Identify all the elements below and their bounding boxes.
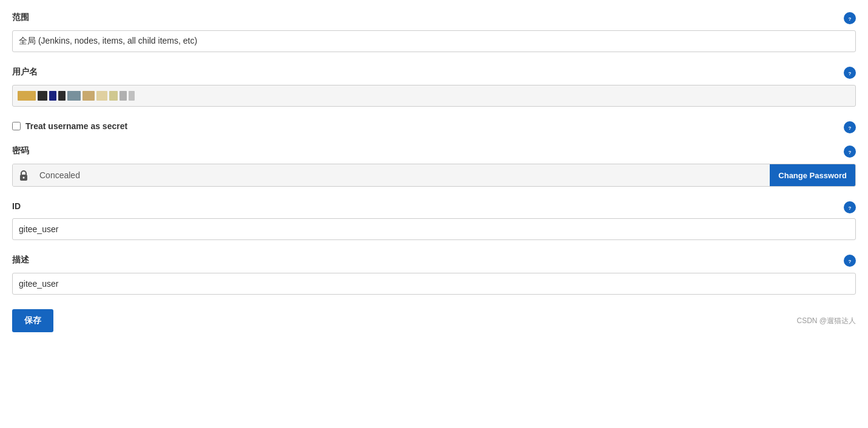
description-field-group: 描述 ? <box>12 255 856 295</box>
pixel-block-3 <box>49 91 56 101</box>
treat-as-secret-checkbox[interactable] <box>12 122 21 130</box>
description-field-header: 描述 ? <box>12 255 856 269</box>
treat-as-secret-label[interactable]: Treat username as secret <box>25 121 127 131</box>
id-field-header: ID ? <box>12 201 856 215</box>
id-field-group: ID ? <box>12 201 856 240</box>
svg-text:?: ? <box>849 150 852 155</box>
save-section: 保存 <box>12 309 856 332</box>
pixel-block-6 <box>82 91 95 101</box>
username-preview <box>12 85 856 107</box>
password-info-icon[interactable]: ? <box>844 145 856 158</box>
password-label: 密码 <box>12 145 29 156</box>
pixel-block-8 <box>109 91 118 101</box>
pixel-block-5 <box>67 91 81 101</box>
svg-text:?: ? <box>849 71 852 76</box>
svg-point-9 <box>23 177 25 179</box>
description-label: 描述 <box>12 255 29 266</box>
svg-text:?: ? <box>849 259 852 264</box>
form-section: 范围 ? 用户名 ? <box>0 12 868 332</box>
scope-info-icon[interactable]: ? <box>844 12 856 24</box>
treat-as-secret-row: Treat username as secret ? <box>12 121 856 131</box>
username-info-icon[interactable]: ? <box>844 67 856 79</box>
lock-icon <box>13 164 35 186</box>
pixel-block-10 <box>129 91 135 101</box>
svg-text:?: ? <box>849 16 852 22</box>
svg-text:?: ? <box>849 206 852 211</box>
page-container: 范围 ? 用户名 ? <box>0 0 868 428</box>
pixel-block-9 <box>119 91 127 101</box>
watermark: CSDN @遛猫达人 <box>796 316 856 326</box>
username-field-group: 用户名 ? <box>12 67 856 107</box>
scope-input-wrapper <box>12 30 856 52</box>
description-info-icon[interactable]: ? <box>844 255 856 267</box>
save-button[interactable]: 保存 <box>12 309 53 332</box>
pixel-block-1 <box>18 91 36 101</box>
scope-label: 范围 <box>12 12 29 23</box>
password-row: Concealed Change Password <box>12 164 856 187</box>
password-concealed-text: Concealed <box>35 164 770 186</box>
pixel-block-7 <box>96 91 107 101</box>
id-info-icon[interactable]: ? <box>844 201 856 213</box>
description-input[interactable] <box>12 273 856 295</box>
password-field-group: 密码 ? Concealed Change Pass <box>12 145 856 187</box>
svg-text:?: ? <box>849 125 852 131</box>
pixel-block-4 <box>58 91 66 101</box>
change-password-button[interactable]: Change Password <box>770 164 855 186</box>
scope-field-header: 范围 ? <box>12 12 856 27</box>
scope-input[interactable] <box>12 30 856 52</box>
id-input[interactable] <box>12 218 856 240</box>
id-label: ID <box>12 201 21 211</box>
pixel-block-2 <box>38 91 47 101</box>
password-field-header: 密码 ? <box>12 145 856 160</box>
scope-field-group: 范围 ? <box>12 12 856 52</box>
treat-secret-info-icon[interactable]: ? <box>844 121 856 133</box>
username-field-header: 用户名 ? <box>12 67 856 81</box>
username-label: 用户名 <box>12 67 38 78</box>
